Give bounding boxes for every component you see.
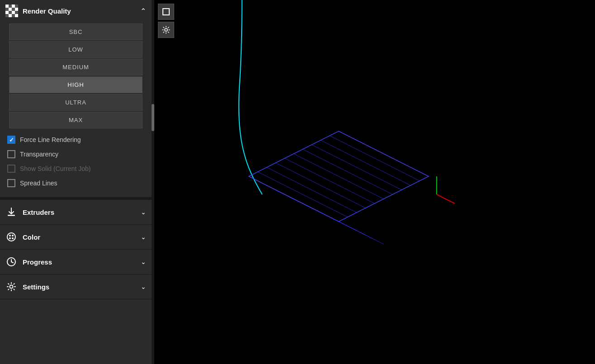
svg-point-27 <box>165 28 167 31</box>
settings-chevron: ⌄ <box>141 283 146 290</box>
quality-btn-ultra[interactable]: ULTRA <box>9 94 143 111</box>
settings-tool-button[interactable] <box>158 22 174 38</box>
checkbox-spread-lines-label: Spread Lines <box>20 180 57 187</box>
svg-point-25 <box>10 285 13 288</box>
svg-line-47 <box>321 140 411 185</box>
svg-line-45 <box>303 149 393 194</box>
svg-rect-12 <box>5 14 9 17</box>
checkbox-spread-lines-box[interactable] <box>7 179 15 187</box>
svg-line-41 <box>267 167 357 213</box>
svg-rect-4 <box>5 8 9 11</box>
gear-icon <box>5 281 17 293</box>
extruders-section[interactable]: Extruders ⌄ <box>0 200 152 225</box>
render-quality-header-left: Render Quality <box>5 5 71 17</box>
checkbox-force-line-rendering-box[interactable] <box>7 136 15 144</box>
quality-btn-low[interactable]: LOW <box>9 41 143 58</box>
color-label: Color <box>23 233 40 241</box>
bottom-sections: Extruders ⌄ Color ⌄ <box>0 200 152 364</box>
quality-btn-high[interactable]: HIGH <box>9 76 143 93</box>
color-left: Color <box>5 231 40 243</box>
window-tool-button[interactable] <box>158 4 174 20</box>
svg-rect-9 <box>9 11 12 14</box>
checkboxes-section: Force Line Rendering Transparency Show S… <box>0 131 152 192</box>
checkbox-force-line-rendering-label: Force Line Rendering <box>20 136 81 143</box>
color-section[interactable]: Color ⌄ <box>0 225 152 250</box>
svg-line-52 <box>437 194 455 203</box>
scene-svg <box>154 0 595 364</box>
svg-line-24 <box>11 262 13 263</box>
svg-point-19 <box>12 235 14 236</box>
svg-rect-26 <box>163 9 169 15</box>
render-quality-header: Render Quality ⌃ <box>0 0 152 22</box>
svg-line-46 <box>312 145 402 190</box>
svg-line-48 <box>330 136 420 181</box>
svg-rect-13 <box>9 14 12 17</box>
svg-rect-6 <box>12 8 15 11</box>
checkbox-transparency[interactable]: Transparency <box>7 150 144 158</box>
svg-rect-5 <box>9 8 12 11</box>
checkbox-spread-lines[interactable]: Spread Lines <box>7 179 144 187</box>
svg-line-40 <box>258 172 348 217</box>
extruders-chevron: ⌄ <box>141 208 146 216</box>
svg-rect-1 <box>9 5 12 8</box>
svg-rect-7 <box>15 8 18 11</box>
checkbox-show-solid-box[interactable] <box>7 165 15 173</box>
checkbox-transparency-label: Transparency <box>20 151 58 158</box>
checkerboard-icon <box>5 5 18 17</box>
svg-rect-16 <box>8 215 15 216</box>
svg-point-18 <box>9 235 11 236</box>
svg-line-38 <box>338 222 383 244</box>
progress-left: Progress <box>5 256 52 268</box>
svg-line-42 <box>276 163 366 208</box>
svg-rect-8 <box>5 11 9 14</box>
svg-rect-15 <box>15 14 18 17</box>
svg-point-20 <box>9 237 11 239</box>
svg-rect-2 <box>12 5 15 8</box>
clock-icon <box>5 256 17 268</box>
color-chevron: ⌄ <box>141 233 146 241</box>
settings-section[interactable]: Settings ⌄ <box>0 274 152 299</box>
viewport-toolbar <box>158 4 174 38</box>
extruders-label: Extruders <box>23 208 54 216</box>
svg-line-43 <box>285 158 375 203</box>
extruder-icon <box>5 206 17 218</box>
sidebar: Render Quality ⌃ SBC LOW MEDIUM HIGH ULT… <box>0 0 152 364</box>
svg-point-21 <box>12 237 14 239</box>
checkbox-show-solid-label: Show Solid (Current Job) <box>20 165 90 172</box>
svg-line-44 <box>294 154 384 199</box>
svg-rect-10 <box>12 11 15 14</box>
svg-rect-0 <box>5 5 9 8</box>
quality-btn-sbc[interactable]: SBC <box>9 24 143 40</box>
extruders-left: Extruders <box>5 206 54 218</box>
checkbox-force-line-rendering[interactable]: Force Line Rendering <box>7 136 144 144</box>
collapse-icon[interactable]: ⌃ <box>140 7 146 15</box>
svg-rect-14 <box>12 14 15 17</box>
palette-icon <box>5 231 17 243</box>
svg-rect-3 <box>15 5 18 8</box>
progress-section[interactable]: Progress ⌄ <box>0 250 152 274</box>
progress-label: Progress <box>23 258 52 266</box>
settings-label: Settings <box>23 283 49 291</box>
render-quality-title: Render Quality <box>23 7 71 15</box>
settings-left: Settings <box>5 281 49 293</box>
quality-buttons: SBC LOW MEDIUM HIGH ULTRA MAX <box>0 22 152 131</box>
viewport <box>154 0 595 364</box>
quality-btn-medium[interactable]: MEDIUM <box>9 59 143 76</box>
quality-btn-max[interactable]: MAX <box>9 112 143 128</box>
checkbox-transparency-box[interactable] <box>7 150 15 158</box>
svg-point-17 <box>7 233 15 241</box>
checkbox-show-solid[interactable]: Show Solid (Current Job) <box>7 165 144 173</box>
progress-chevron: ⌄ <box>141 258 146 265</box>
svg-rect-11 <box>15 11 18 14</box>
